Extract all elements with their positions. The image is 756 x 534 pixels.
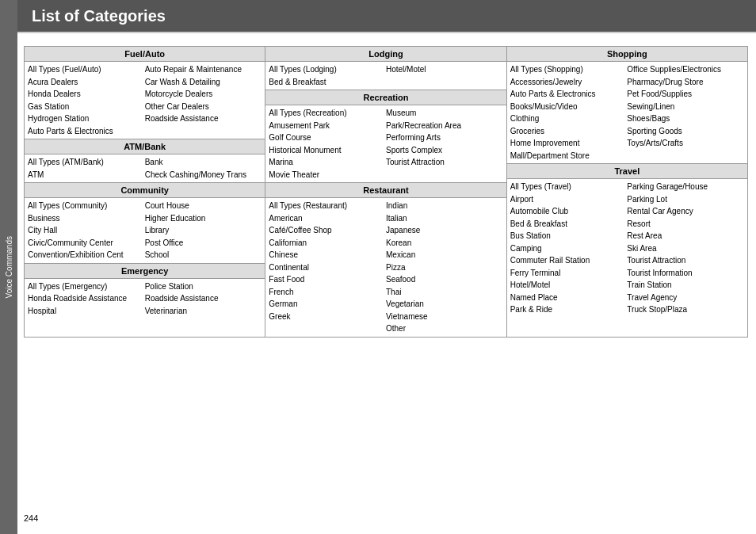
list-item: Vietnamese (386, 311, 503, 323)
list-item: Chinese (269, 249, 386, 261)
list-item: Vegetarian (386, 298, 503, 311)
list-item: All Types (Shopping) (510, 63, 628, 76)
section-lodging: Lodging All Types (Lodging) Hotel/Motel … (265, 47, 506, 90)
list-item: Camping (510, 242, 628, 255)
list-item (269, 322, 386, 335)
col-middle: Lodging All Types (Lodging) Hotel/Motel … (265, 47, 506, 338)
page-header: List of Categories (17, 0, 756, 33)
list-item: Convention/Exhibition Cent (28, 249, 145, 261)
section-fuel-auto-items: All Types (Fuel/Auto) Auto Repair & Main… (25, 62, 265, 139)
list-item: Car Wash & Detailing (145, 76, 262, 89)
list-item: Performing Arts (386, 132, 503, 144)
col-left: Fuel/Auto All Types (Fuel/Auto) Auto Rep… (25, 47, 265, 338)
list-item: Sporting Goods (627, 125, 744, 138)
list-item: Golf Course (269, 132, 386, 144)
list-item: Tourist Information (627, 267, 744, 280)
list-item (145, 125, 262, 138)
list-item: Californian (269, 237, 386, 250)
list-item: Café/Coffee Shop (269, 224, 386, 237)
list-item: Motorcycle Dealers (145, 88, 262, 101)
list-item: Other (386, 322, 503, 335)
section-fuel-auto: Fuel/Auto All Types (Fuel/Auto) Auto Rep… (25, 47, 265, 139)
list-item: Roadside Assistance (145, 113, 262, 125)
list-item: Continental (269, 261, 386, 274)
content-area: Fuel/Auto All Types (Fuel/Auto) Auto Rep… (24, 46, 748, 510)
list-item: Museum (386, 107, 503, 120)
section-restaurant-items: All Types (Restaurant) Indian American I… (265, 198, 506, 337)
list-item: Historical Monument (269, 144, 386, 157)
list-item: Airport (510, 193, 628, 206)
list-item: Thai (386, 286, 503, 299)
list-item: Books/Music/Video (510, 101, 628, 113)
list-item: Veterinarian (145, 305, 262, 318)
section-atm-bank-header: ATM/Bank (25, 139, 265, 154)
section-lodging-header: Lodging (265, 47, 506, 62)
list-item: Gas Station (28, 101, 145, 113)
list-item (627, 150, 744, 162)
list-item: Groceries (510, 125, 628, 138)
list-item: All Types (Fuel/Auto) (28, 63, 145, 76)
list-item: Honda Dealers (28, 88, 145, 101)
list-item: Truck Stop/Plaza (627, 303, 744, 316)
list-item: Greek (269, 311, 386, 323)
list-item: Travel Agency (627, 292, 744, 304)
list-item: French (269, 286, 386, 299)
list-item: Accessories/Jewelry (510, 76, 628, 89)
section-shopping-header: Shopping (507, 47, 747, 62)
list-item: Acura Dealers (28, 76, 145, 89)
list-item: Post Office (145, 237, 262, 250)
list-item: Amusement Park (269, 120, 386, 132)
list-item: Movie Theater (269, 169, 386, 181)
section-travel-items: All Types (Travel) Parking Garage/House … (507, 179, 747, 318)
list-item: Italian (386, 212, 503, 225)
list-item: German (269, 298, 386, 311)
list-item: Shoes/Bags (627, 113, 744, 125)
list-item: Indian (386, 200, 503, 212)
list-item: Sewing/Linen (627, 101, 744, 113)
list-item: Check Cashing/Money Trans (145, 169, 262, 181)
list-item: Bus Station (510, 230, 628, 242)
list-item: Home Improvement (510, 137, 628, 150)
list-item: Tourist Attraction (627, 254, 744, 267)
list-item: Tourist Attraction (386, 156, 503, 169)
section-emergency-header: Emergency (25, 264, 265, 279)
list-item: Automobile Club (510, 205, 628, 218)
list-item: Roadside Assistance (145, 292, 262, 305)
list-item: Parking Garage/House (627, 181, 744, 193)
section-shopping: Shopping All Types (Shopping) Office Sup… (507, 47, 747, 164)
list-item: Auto Repair & Maintenance (145, 63, 262, 76)
list-item: Japanese (386, 224, 503, 237)
list-item: Rest Area (627, 230, 744, 242)
list-item: Other Car Dealers (145, 101, 262, 113)
list-item: Hydrogen Station (28, 113, 145, 125)
section-community-items: All Types (Community) Court House Busine… (25, 198, 265, 263)
list-item: Pharmacy/Drug Store (627, 76, 744, 89)
section-emergency: Emergency All Types (Emergency) Police S… (25, 264, 265, 319)
col-right: Shopping All Types (Shopping) Office Sup… (506, 47, 747, 338)
list-item: Ferry Terminal (510, 267, 628, 280)
list-item: Fast Food (269, 273, 386, 286)
list-item: Auto Parts & Electronics (28, 125, 145, 138)
list-item: Court House (145, 200, 262, 212)
list-item: Pizza (386, 261, 503, 274)
list-item: Hotel/Motel (386, 63, 503, 76)
list-item: Park & Ride (510, 303, 628, 316)
side-tab-label: Voice Commands (5, 236, 13, 298)
list-item: Hospital (28, 305, 145, 318)
list-item: Business (28, 212, 145, 225)
list-item: All Types (Lodging) (269, 63, 386, 76)
list-item: Commuter Rail Station (510, 254, 628, 267)
list-item: Higher Education (145, 212, 262, 225)
section-recreation-header: Recreation (265, 90, 506, 105)
section-shopping-items: All Types (Shopping) Office Supplies/Ele… (507, 62, 747, 163)
list-item: Mexican (386, 249, 503, 261)
list-item: All Types (Travel) (510, 181, 628, 193)
section-atm-bank-items: All Types (ATM/Bank) Bank ATM Check Cash… (25, 154, 265, 182)
list-item: Civic/Community Center (28, 237, 145, 250)
section-travel-header: Travel (507, 164, 747, 179)
list-item: Train Station (627, 279, 744, 292)
list-item: Rental Car Agency (627, 205, 744, 218)
list-item: Clothing (510, 113, 628, 125)
list-item: Hotel/Motel (510, 279, 628, 292)
list-item: Resort (627, 218, 744, 231)
